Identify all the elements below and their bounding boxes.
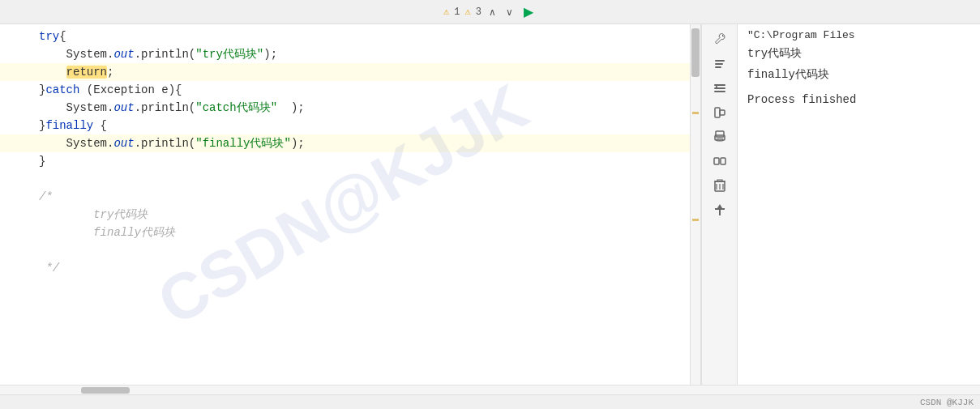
- status-bar: CSDN @KJJK: [0, 394, 980, 409]
- line-content: return;: [32, 63, 690, 81]
- code-line: }catch (Exception e){: [0, 81, 690, 99]
- line-number: [0, 259, 32, 277]
- code-panel: try{ System.out.println("try代码块"); retur…: [0, 24, 690, 385]
- top-toolbar: ⚠ 1 ⚠ 3 ∧ ∨ ▶: [0, 0, 980, 24]
- scroll-marker-1: [692, 112, 699, 114]
- svg-rect-0: [715, 60, 725, 62]
- line-content: }catch (Exception e){: [32, 81, 690, 99]
- line-content: System.out.println("try代码块");: [32, 45, 690, 63]
- status-text: CSDN @KJJK: [920, 398, 974, 407]
- output-panel: "C:\Program Files try代码块 finally代码块 Proc…: [737, 24, 980, 385]
- line-content: try代码块: [32, 206, 690, 224]
- run-button[interactable]: ▶: [520, 4, 537, 19]
- output-line-1: try代码块: [747, 45, 970, 62]
- line-number: [0, 81, 32, 99]
- line-content: System.out.println("catch代码块" );: [32, 99, 690, 117]
- code-line: /*: [0, 188, 690, 206]
- warning1-icon: ⚠: [443, 6, 449, 18]
- code-line: try代码块: [0, 206, 690, 224]
- line-number: [0, 188, 32, 206]
- code-line: finally代码块: [0, 224, 690, 241]
- warning2-count: 3: [476, 6, 481, 18]
- line-content: try{: [32, 28, 690, 45]
- line-content: [32, 170, 690, 188]
- line-number: [0, 206, 32, 224]
- code-line: System.out.println("finally代码块");: [0, 134, 690, 152]
- line-number: [0, 63, 32, 81]
- warning2-icon: ⚠: [465, 6, 471, 18]
- line-number: [0, 28, 32, 45]
- line-number: [0, 99, 32, 117]
- line-number: [0, 170, 32, 188]
- output-line-2: finally代码块: [747, 66, 970, 83]
- line-content: System.out.println("finally代码块");: [32, 134, 690, 152]
- svg-rect-7: [715, 108, 720, 117]
- code-line: System.out.println("catch代码块" );: [0, 99, 690, 117]
- svg-rect-2: [715, 66, 721, 68]
- delete-button[interactable]: [708, 175, 732, 196]
- right-toolbar: [701, 24, 737, 385]
- format-button[interactable]: [708, 53, 732, 75]
- line-content: [32, 241, 690, 259]
- svg-rect-5: [714, 91, 725, 92]
- svg-rect-13: [721, 158, 725, 164]
- arrow-up-button[interactable]: ∧: [486, 6, 499, 19]
- code-line: [0, 241, 690, 259]
- output-path: "C:\Program Files: [747, 29, 970, 41]
- arrow-down-button[interactable]: ∨: [503, 6, 516, 19]
- pin-button[interactable]: [708, 199, 732, 220]
- code-line: try{: [0, 28, 690, 45]
- line-content: }: [32, 152, 690, 170]
- line-number: [0, 241, 32, 259]
- line-content: */: [32, 259, 690, 277]
- code-line: return;: [0, 63, 690, 81]
- breakpoints-button[interactable]: [708, 78, 732, 99]
- h-scroll-thumb[interactable]: [81, 387, 130, 394]
- compare-button[interactable]: [708, 151, 732, 172]
- line-number: [0, 117, 32, 134]
- line-number: [0, 134, 32, 152]
- svg-rect-8: [720, 110, 725, 115]
- svg-rect-9: [716, 131, 724, 137]
- line-number: [0, 224, 32, 241]
- settings-button[interactable]: [708, 29, 732, 50]
- svg-rect-3: [714, 84, 725, 86]
- svg-rect-6: [716, 86, 717, 89]
- debug-button[interactable]: [708, 102, 732, 123]
- scroll-marker-2: [692, 219, 699, 221]
- line-number: [0, 152, 32, 170]
- code-line: System.out.println("try代码块");: [0, 45, 690, 63]
- scroll-thumb-top[interactable]: [691, 28, 700, 77]
- line-content: /*: [32, 188, 690, 206]
- print-button[interactable]: [708, 126, 732, 147]
- svg-rect-1: [715, 63, 723, 65]
- warning1-count: 1: [454, 6, 460, 18]
- output-process: Process finished: [747, 93, 970, 106]
- line-content: finally代码块: [32, 224, 690, 241]
- horizontal-scrollbar[interactable]: [0, 385, 980, 394]
- code-line: */: [0, 259, 690, 277]
- line-number: [0, 45, 32, 63]
- line-content: }finally {: [32, 117, 690, 134]
- vertical-scrollbar[interactable]: [690, 24, 701, 385]
- svg-rect-12: [714, 158, 719, 164]
- code-line: }: [0, 152, 690, 170]
- code-line: [0, 170, 690, 188]
- code-line: }finally {: [0, 117, 690, 134]
